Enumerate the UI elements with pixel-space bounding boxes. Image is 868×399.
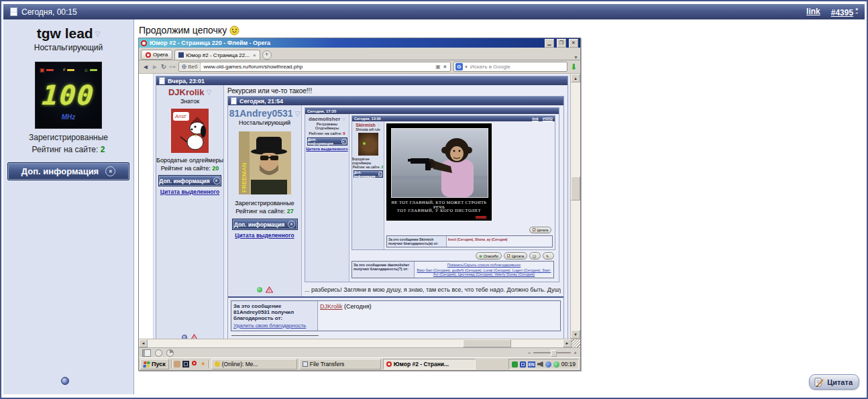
chevron-down-icon[interactable]: ▽ bbox=[206, 89, 211, 96]
language-indicator[interactable]: EN bbox=[528, 361, 535, 367]
browser-tab[interactable]: Юмор #2 - Страница 22... × bbox=[174, 50, 260, 60]
post4-thanks-names[interactable]: kreol (Сегодня), Shana_ay (Сегодня) bbox=[447, 236, 509, 247]
collapse-icon: « bbox=[213, 177, 221, 184]
zoom-slider[interactable] bbox=[533, 352, 571, 353]
close-button[interactable]: ✕ bbox=[569, 39, 578, 48]
quick-reply-button[interactable]: ✎ bbox=[543, 252, 554, 260]
post3-thanks-button[interactable]: ⊕ Спасибо bbox=[476, 252, 502, 260]
task-online-button[interactable]: (Online): Me... bbox=[211, 359, 297, 369]
post1-avatar[interactable]: Arrst! bbox=[171, 109, 209, 153]
address-field[interactable]: Веб www.old-games.ru/forum/showthread.ph… bbox=[178, 62, 451, 72]
scroll-right-button[interactable]: ► bbox=[563, 339, 572, 347]
chevron-down-icon[interactable]: ▽ bbox=[95, 30, 101, 38]
quicklaunch-desktop-icon[interactable] bbox=[174, 361, 180, 367]
report-post-icon[interactable]: ! bbox=[191, 334, 198, 339]
quote-button[interactable]: Цитата bbox=[809, 374, 859, 390]
post4-username[interactable]: Skirmish▽ bbox=[356, 123, 380, 127]
tab-close-icon[interactable]: × bbox=[253, 52, 256, 58]
turbo-icon[interactable] bbox=[166, 349, 174, 357]
post1-rating: Рейтинг на сайте: 20 bbox=[161, 165, 219, 172]
post1-quote-selected-link[interactable]: Цитата выделенного bbox=[160, 188, 219, 195]
post3-username[interactable]: daemolisher▽ bbox=[309, 116, 345, 122]
start-button[interactable]: Пуск bbox=[140, 359, 169, 369]
post4-thanks-box: За это сообщение Skirmish получил благод… bbox=[386, 235, 553, 247]
signature-divider bbox=[231, 335, 319, 336]
taskbar-separator bbox=[171, 360, 172, 368]
post2-quote-selected-link[interactable]: Цитата выделенного bbox=[235, 232, 294, 239]
opera-window: Юмор #2 - Страница 220 - Флейм - Opera ▁… bbox=[138, 38, 581, 371]
download-arrow-icon[interactable]: ⬇ bbox=[570, 63, 577, 71]
post4-avatar[interactable] bbox=[358, 133, 378, 156]
scroll-left-button[interactable]: ◄ bbox=[139, 339, 148, 347]
search-field[interactable]: G ▼ Искать в Google bbox=[453, 62, 567, 72]
network-tray-icon[interactable] bbox=[545, 361, 551, 367]
post2-username[interactable]: 81Andrey0531▽ bbox=[229, 108, 301, 119]
remove-thanks-link[interactable]: Удалить свою благодарность bbox=[233, 323, 315, 329]
scrollbar-track[interactable] bbox=[571, 82, 580, 330]
bookmark-star-icon[interactable]: ★ bbox=[443, 64, 447, 70]
post3-quote-selected-link[interactable]: Цитата выделенного bbox=[306, 147, 347, 151]
username[interactable]: tgw lead ▽ bbox=[37, 25, 101, 42]
post-star-link[interactable]: * bbox=[855, 7, 858, 13]
post2-header: Сегодня, 21:54 bbox=[228, 97, 563, 105]
smiley-icon bbox=[229, 25, 239, 36]
scroll-up-button[interactable]: ▲ bbox=[571, 74, 580, 82]
chevron-down-icon[interactable]: ▽ bbox=[378, 123, 380, 127]
post2-more-info-button[interactable]: Доп. информация « bbox=[232, 219, 298, 230]
zoom-slider-thumb[interactable] bbox=[551, 350, 557, 357]
post1-more-info-button[interactable]: Доп. информация « bbox=[158, 175, 221, 186]
more-info-button[interactable]: Доп. информация « bbox=[7, 162, 129, 180]
resize-grip[interactable] bbox=[572, 339, 580, 347]
tab-list-chevron-icon[interactable]: ▼ bbox=[574, 55, 578, 60]
quicklaunch-monitor-icon[interactable] bbox=[182, 361, 189, 367]
zoom-in-button[interactable]: + bbox=[574, 350, 577, 356]
chevron-down-icon[interactable]: ▽ bbox=[295, 110, 301, 117]
scrollbar-thumb[interactable] bbox=[571, 176, 580, 201]
opera-menu-button[interactable]: Opera bbox=[141, 50, 172, 60]
volume-icon[interactable] bbox=[537, 361, 543, 367]
shield-icon[interactable]: ▣ bbox=[435, 64, 441, 70]
antivirus-tray-icon[interactable] bbox=[512, 361, 518, 367]
post3-thanks-toggle-link[interactable]: Показать/Скрыть список поблагодаривших bbox=[416, 263, 552, 267]
post3-more-info-button[interactable]: Доп. информация « bbox=[307, 137, 347, 146]
zoom-out-button[interactable]: − bbox=[528, 350, 531, 356]
quicklaunch-opera-icon[interactable] bbox=[191, 361, 198, 367]
panels-toggle-icon[interactable] bbox=[142, 349, 151, 357]
scroll-down-button[interactable]: ▼ bbox=[571, 330, 580, 339]
new-tab-button[interactable]: + bbox=[262, 50, 272, 60]
status-tray-icon[interactable] bbox=[553, 361, 559, 367]
post4-quote-button[interactable]: Цитата bbox=[529, 227, 551, 233]
key-icon[interactable]: ⊶ bbox=[169, 64, 176, 70]
post-link[interactable]: link bbox=[806, 7, 820, 16]
scrollbar-thumb[interactable] bbox=[463, 339, 511, 347]
horizontal-scrollbar[interactable]: ◄ ► bbox=[139, 339, 580, 347]
user-avatar[interactable]: ▣ ⚡ ☼ 100 MHz bbox=[35, 62, 102, 129]
multi-quote-button[interactable]: ❏ bbox=[529, 252, 541, 260]
reload-button[interactable]: ↻ bbox=[161, 64, 166, 70]
scrollbar-track[interactable] bbox=[148, 339, 563, 347]
post2-avatar[interactable]: FREEMAN bbox=[239, 131, 291, 194]
post4-more-info-button[interactable]: Доп. информация « bbox=[354, 170, 383, 178]
post-number-link[interactable]: #4395 bbox=[831, 8, 853, 17]
app-tray-icon[interactable] bbox=[520, 361, 526, 367]
forward-button[interactable]: ► bbox=[152, 64, 158, 70]
post4-user-group: Бородатые олдгеймеры bbox=[352, 157, 384, 165]
opera-titlebar[interactable]: Юмор #2 - Страница 220 - Флейм - Opera ▁… bbox=[139, 38, 580, 48]
back-button[interactable]: ◄ bbox=[142, 64, 149, 70]
restore-button[interactable]: ❐ bbox=[557, 39, 566, 48]
post3-thanks-names[interactable]: Bato-San (Сегодня), gudleN (Сегодня), Lu… bbox=[416, 268, 552, 276]
task-file-transfers-button[interactable]: File Transfers bbox=[299, 359, 381, 369]
post1-username[interactable]: DJKrolik▽ bbox=[168, 87, 211, 97]
post4-link[interactable]: link bbox=[532, 117, 538, 121]
chevron-down-icon[interactable]: ▽ bbox=[342, 117, 345, 121]
vertical-scrollbar[interactable]: ▲ ▼ bbox=[570, 74, 580, 339]
quicklaunch-star-icon[interactable]: ★ bbox=[200, 361, 207, 367]
thanks-user-link[interactable]: DJKrolik bbox=[320, 303, 343, 310]
task-opera-button[interactable]: Юмор #2 - Страни... bbox=[383, 359, 476, 369]
post3-quote-button[interactable]: Цитата bbox=[504, 252, 527, 260]
sync-icon[interactable] bbox=[155, 349, 162, 357]
post3-user-title-2: Олдгеймеры bbox=[315, 126, 339, 130]
post4-number-link[interactable]: #4352 bbox=[543, 117, 553, 121]
report-post-icon[interactable]: ! bbox=[266, 286, 273, 293]
minimize-button[interactable]: ▁ bbox=[545, 39, 554, 48]
